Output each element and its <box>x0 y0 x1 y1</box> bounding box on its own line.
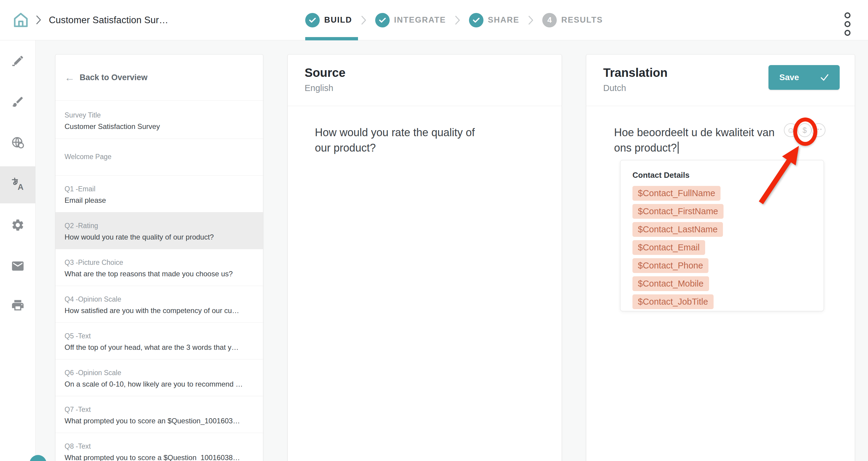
variable-pill-phone[interactable]: $Contact_Phone <box>632 258 709 273</box>
list-item-text: Email please <box>65 196 254 205</box>
list-item-survey-title[interactable]: Survey Title Customer Satisfaction Surve… <box>56 100 263 139</box>
list-item-q8[interactable]: Q8 -Text What prompted you to score a $Q… <box>56 433 263 461</box>
step-separator-icon <box>361 16 366 25</box>
check-icon <box>375 13 390 27</box>
variable-pill-jobtitle[interactable]: $Contact_JobTitle <box>632 294 714 309</box>
app-window: Customer Satisfaction Sur… BUILD INTEGRA… <box>0 0 868 461</box>
kebab-dot-icon <box>844 30 850 36</box>
list-item-label: Q7 -Text <box>65 405 254 414</box>
variable-pill-fullname[interactable]: $Contact_FullName <box>632 186 720 201</box>
list-item-text: How satisfied are you with the competenc… <box>65 306 254 315</box>
breadcrumb-chevron-icon <box>36 15 41 24</box>
save-button[interactable]: Save <box>769 65 840 90</box>
back-to-overview-label: Back to Overview <box>80 73 148 82</box>
list-item-label: Q6 -Opinion Scale <box>65 369 254 377</box>
source-panel-body: How would you rate the quality of our pr… <box>288 106 562 461</box>
list-item-q6[interactable]: Q6 -Opinion Scale On a scale of 0-10, ho… <box>56 359 263 396</box>
list-item-label: Q2 -Rating <box>65 222 254 230</box>
list-item-q5[interactable]: Q5 -Text Off the top of your head, what … <box>56 322 263 359</box>
list-item-q3[interactable]: Q3 -Picture Choice What are the top reas… <box>56 249 263 286</box>
step-build[interactable]: BUILD <box>305 13 352 27</box>
step-number-badge: 4 <box>542 13 557 27</box>
gear-icon <box>11 218 25 232</box>
rail-item-print[interactable] <box>0 295 35 316</box>
step-separator-icon <box>455 16 460 25</box>
source-question-line1: How would you rate the quality of <box>315 125 496 140</box>
rail-item-language[interactable] <box>0 132 35 153</box>
source-question-line2: our product? <box>315 140 496 156</box>
source-panel-title: Source <box>305 66 562 79</box>
globe-icon <box>11 136 25 150</box>
list-item-text: On a scale of 0-10, how likely are you t… <box>65 380 254 388</box>
left-icon-rail: A <box>0 40 36 461</box>
source-panel: Source English How would you rate the qu… <box>287 54 562 461</box>
rail-item-design[interactable] <box>0 91 35 112</box>
question-list-panel: ← Back to Overview Survey Title Customer… <box>55 54 263 461</box>
back-to-overview-button[interactable]: ← Back to Overview <box>56 55 263 100</box>
step-results[interactable]: 4 RESULTS <box>542 13 603 27</box>
variable-pill-lastname[interactable]: $Contact_LastName <box>632 222 723 237</box>
step-share[interactable]: SHARE <box>469 13 520 27</box>
rail-item-settings[interactable] <box>0 215 35 236</box>
list-item-label: Q1 -Email <box>65 185 254 193</box>
step-label: INTEGRATE <box>394 15 446 25</box>
source-question-text: How would you rate the quality of our pr… <box>315 125 496 156</box>
text-caret <box>678 142 679 154</box>
list-item-label: Survey Title <box>65 111 254 119</box>
annotation-red-arrow <box>752 140 806 210</box>
list-item-label: Q3 -Picture Choice <box>65 259 254 267</box>
breadcrumb-survey-title: Customer Satisfaction Sur… <box>49 0 168 40</box>
home-icon <box>13 11 29 28</box>
kebab-menu-button[interactable] <box>844 12 850 36</box>
step-separator-icon <box>528 16 533 25</box>
home-button[interactable] <box>13 11 29 28</box>
list-item-label: Q5 -Text <box>65 332 254 340</box>
edit-pencil-icon <box>11 54 25 67</box>
printer-icon <box>11 298 25 312</box>
list-item-q7[interactable]: Q7 -Text What prompted you to score an $… <box>56 396 263 433</box>
variable-pill-firstname[interactable]: $Contact_FirstName <box>632 204 723 219</box>
kebab-dot-icon <box>844 12 850 19</box>
list-item-text: What are the top reasons that made you c… <box>65 270 254 278</box>
translation-question-line1: Hoe beoordeelt u de kwaliteit van <box>614 125 789 140</box>
list-item-q2-selected[interactable]: Q2 -Rating How would you rate the qualit… <box>56 212 263 249</box>
list-item-label: Q4 -Opinion Scale <box>65 295 254 303</box>
top-header: Customer Satisfaction Sur… BUILD INTEGRA… <box>0 0 868 40</box>
svg-text:A: A <box>18 183 24 191</box>
list-item-text: What prompted you to score an $Question_… <box>65 417 254 425</box>
source-panel-header: Source English <box>288 55 562 106</box>
check-icon <box>469 13 484 27</box>
translation-panel-header: Translation Dutch Save <box>586 55 855 106</box>
wizard-steps: BUILD INTEGRATE SHARE <box>305 0 603 40</box>
step-label: BUILD <box>324 15 352 25</box>
list-item-text: How would you rate the quality of our pr… <box>65 233 254 241</box>
list-item-label: Welcome Page <box>65 153 254 161</box>
list-item-text: What prompted you to score a $Question_1… <box>65 454 254 461</box>
list-item-q1[interactable]: Q1 -Email Email please <box>56 175 263 212</box>
active-step-underline <box>305 37 358 40</box>
list-item-welcome-page[interactable]: Welcome Page <box>56 139 263 175</box>
source-language-label: English <box>305 83 562 93</box>
paint-brush-icon <box>11 95 25 108</box>
save-button-label: Save <box>779 73 799 82</box>
step-label: SHARE <box>488 15 520 25</box>
back-arrow-icon: ← <box>65 72 75 83</box>
rail-item-translate[interactable]: A <box>0 173 35 194</box>
list-item-text: Customer Satisfaction Survey <box>65 122 254 131</box>
variable-pill-email[interactable]: $Contact_Email <box>632 240 705 255</box>
variable-pill-mobile[interactable]: $Contact_Mobile <box>632 276 709 291</box>
step-integrate[interactable]: INTEGRATE <box>375 13 446 27</box>
kebab-dot-icon <box>844 21 850 27</box>
check-icon <box>305 13 320 27</box>
check-icon <box>820 74 829 81</box>
list-item-text: Off the top of your head, what are the 3… <box>65 343 254 352</box>
list-item-q4[interactable]: Q4 -Opinion Scale How satisfied are you … <box>56 286 263 322</box>
envelope-icon <box>11 259 25 273</box>
list-item-label: Q8 -Text <box>65 442 254 451</box>
step-label: RESULTS <box>561 15 603 25</box>
rail-item-edit[interactable] <box>0 50 35 71</box>
rail-item-email[interactable] <box>0 256 35 276</box>
translate-icon: A <box>10 176 25 191</box>
